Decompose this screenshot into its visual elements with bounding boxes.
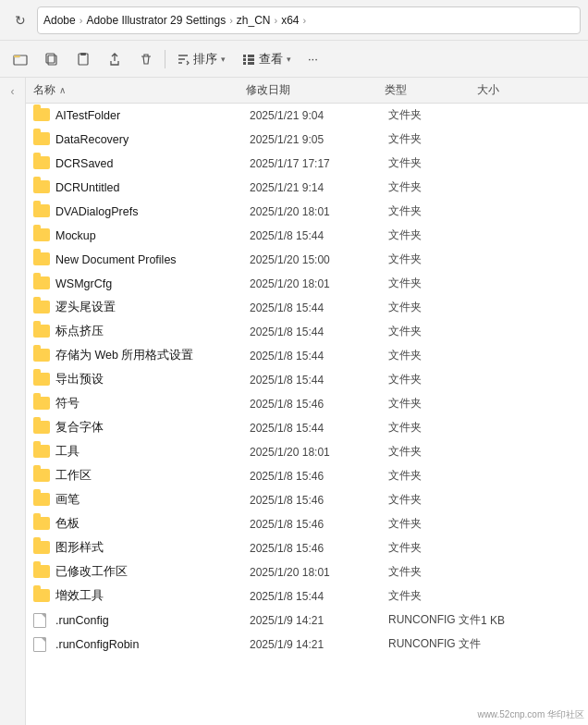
sort-icon xyxy=(177,53,190,66)
left-nav: ‹ xyxy=(0,78,26,725)
copy-button[interactable] xyxy=(37,44,67,74)
file-name: 导出预设 xyxy=(55,372,250,387)
file-name: DCRUntitled xyxy=(55,181,250,194)
col-header-size: 大小 xyxy=(477,82,581,98)
table-row[interactable]: 工作区2025/1/8 15:46文件夹 xyxy=(26,464,588,488)
file-date: 2025/1/8 15:46 xyxy=(250,494,388,507)
table-row[interactable]: 工具2025/1/20 18:01文件夹 xyxy=(26,440,588,464)
table-row[interactable]: AITestFolder2025/1/21 9:04文件夹 xyxy=(26,104,588,128)
table-row[interactable]: 增效工具2025/1/8 15:44文件夹 xyxy=(26,584,588,608)
file-date: 2025/1/8 15:44 xyxy=(250,422,388,435)
breadcrumb-zhcn[interactable]: zh_CN xyxy=(237,14,271,27)
file-type: 文件夹 xyxy=(388,179,481,195)
table-row[interactable]: 存储为 Web 所用格式设置2025/1/8 15:44文件夹 xyxy=(26,344,588,368)
table-row[interactable]: 色板2025/1/8 15:46文件夹 xyxy=(26,512,588,536)
table-row[interactable]: 画笔2025/1/8 15:46文件夹 xyxy=(26,488,588,512)
table-row[interactable]: 标点挤压2025/1/8 15:44文件夹 xyxy=(26,320,588,344)
file-type: RUNCONFIG 文件 xyxy=(388,636,481,652)
breadcrumb[interactable]: Adobe › Adobe Illustrator 29 Settings › … xyxy=(37,6,581,34)
table-row[interactable]: .runConfigRobin2025/1/9 14:21RUNCONFIG 文… xyxy=(26,633,588,657)
folder-icon xyxy=(33,204,50,217)
breadcrumb-settings[interactable]: Adobe Illustrator 29 Settings xyxy=(86,14,226,27)
sort-dropdown-icon: ▾ xyxy=(221,55,226,64)
share-icon xyxy=(107,52,122,67)
file-date: 2025/1/8 15:44 xyxy=(250,590,388,603)
file-date: 2025/1/8 15:46 xyxy=(250,398,388,411)
folder-icon xyxy=(33,373,50,386)
file-type: 文件夹 xyxy=(388,492,481,508)
file-name: .runConfig xyxy=(55,614,250,627)
sort-button[interactable]: 排序 ▾ xyxy=(169,44,233,74)
svg-rect-5 xyxy=(243,55,246,57)
file-area: 名称 ∧ 修改日期 类型 大小 AITestFolder2025/1/21 9:… xyxy=(26,78,588,725)
refresh-button[interactable]: ↻ xyxy=(7,7,33,33)
toolbar: 排序 ▾ 查看 ▾ ··· xyxy=(0,41,588,78)
file-type: 文件夹 xyxy=(388,324,481,339)
table-row[interactable]: 符号2025/1/8 15:46文件夹 xyxy=(26,392,588,416)
paste-button[interactable] xyxy=(68,44,98,74)
file-name: 逻头尾设置 xyxy=(55,300,250,315)
folder-icon xyxy=(33,517,50,530)
folder-icon xyxy=(33,349,50,362)
file-name: 标点挤压 xyxy=(55,324,250,339)
nav-collapse-button[interactable]: ‹ xyxy=(3,81,23,102)
file-date: 2025/1/20 18:01 xyxy=(250,446,388,459)
breadcrumb-x64[interactable]: x64 xyxy=(281,14,299,27)
table-row[interactable]: 导出预设2025/1/8 15:44文件夹 xyxy=(26,368,588,392)
view-button[interactable]: 查看 ▾ xyxy=(235,44,299,74)
folder-icon xyxy=(33,397,50,410)
table-row[interactable]: DVADialogPrefs2025/1/20 18:01文件夹 xyxy=(26,200,588,224)
table-row[interactable]: 复合字体2025/1/8 15:44文件夹 xyxy=(26,416,588,440)
file-date: 2025/1/20 18:01 xyxy=(250,277,388,290)
col-header-name[interactable]: 名称 ∧ xyxy=(33,82,246,98)
view-icon xyxy=(242,53,255,66)
table-row[interactable]: 逻头尾设置2025/1/8 15:44文件夹 xyxy=(26,296,588,320)
file-name: 复合字体 xyxy=(55,420,250,436)
more-button[interactable]: ··· xyxy=(300,44,325,74)
file-date: 2025/1/8 15:44 xyxy=(250,229,388,242)
file-icon xyxy=(33,637,46,652)
file-date: 2025/1/17 17:17 xyxy=(250,157,388,170)
table-row[interactable]: Mockup2025/1/8 15:44文件夹 xyxy=(26,224,588,248)
file-date: 2025/1/21 9:04 xyxy=(250,109,388,122)
file-name: 画笔 xyxy=(55,492,250,508)
delete-button[interactable] xyxy=(131,44,161,74)
table-row[interactable]: .runConfig2025/1/9 14:21RUNCONFIG 文件1 KB xyxy=(26,608,588,633)
table-row[interactable]: New Document Profiles2025/1/20 15:00文件夹 xyxy=(26,248,588,272)
folder-icon xyxy=(33,493,50,506)
file-type: 文件夹 xyxy=(388,227,481,243)
table-row[interactable]: WSMgrCfg2025/1/20 18:01文件夹 xyxy=(26,272,588,296)
file-list: AITestFolder2025/1/21 9:04文件夹DataRecover… xyxy=(26,104,588,725)
file-name: DCRSaved xyxy=(55,157,250,170)
new-folder-icon xyxy=(13,52,28,67)
table-row[interactable]: 图形样式2025/1/8 15:46文件夹 xyxy=(26,536,588,560)
table-row[interactable]: 已修改工作区2025/1/20 18:01文件夹 xyxy=(26,560,588,584)
folder-icon xyxy=(33,421,50,434)
folder-icon xyxy=(33,180,50,193)
file-date: 2025/1/8 15:46 xyxy=(250,518,388,531)
breadcrumb-sep-3: › xyxy=(275,15,278,26)
folder-icon xyxy=(33,325,50,338)
svg-rect-6 xyxy=(243,58,246,61)
folder-icon xyxy=(33,541,50,554)
folder-icon xyxy=(33,589,50,602)
file-type: 文件夹 xyxy=(388,107,481,123)
file-type: 文件夹 xyxy=(388,348,481,363)
breadcrumb-adobe[interactable]: Adobe xyxy=(43,14,76,27)
file-type: 文件夹 xyxy=(388,203,481,219)
table-row[interactable]: DCRSaved2025/1/17 17:17文件夹 xyxy=(26,152,588,176)
new-folder-button[interactable] xyxy=(6,44,35,74)
file-name: 工具 xyxy=(55,444,250,460)
folder-icon xyxy=(33,252,50,265)
breadcrumb-sep-4: › xyxy=(303,15,307,26)
file-date: 2025/1/21 9:14 xyxy=(250,181,388,194)
breadcrumb-sep-2: › xyxy=(229,15,233,26)
table-row[interactable]: DataRecovery2025/1/21 9:05文件夹 xyxy=(26,128,588,152)
sort-label: 排序 xyxy=(193,51,217,68)
col-header-date: 修改日期 xyxy=(246,82,385,98)
share-button[interactable] xyxy=(100,44,129,74)
table-row[interactable]: DCRUntitled2025/1/21 9:14文件夹 xyxy=(26,176,588,200)
file-name: Mockup xyxy=(55,229,250,242)
file-type: 文件夹 xyxy=(388,252,481,267)
file-date: 2025/1/21 9:05 xyxy=(250,133,388,146)
